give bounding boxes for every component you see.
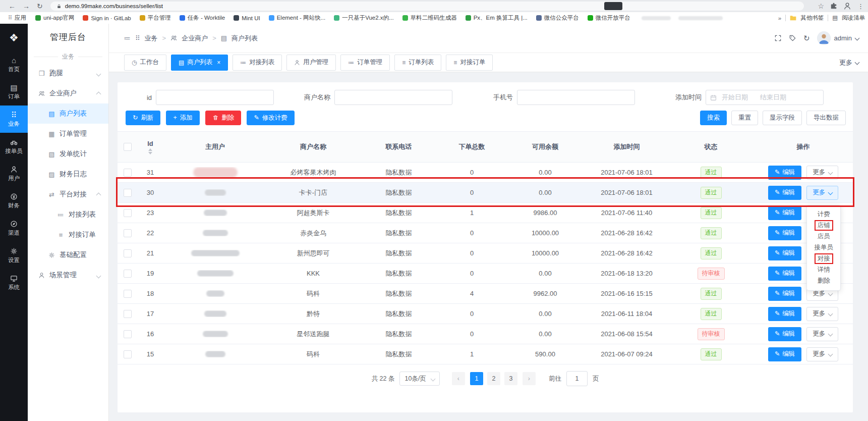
add-button[interactable]: +添加: [166, 111, 199, 125]
refresh-button[interactable]: ↻刷新: [126, 111, 160, 125]
sidebar-item[interactable]: ▨财务日志: [28, 164, 108, 184]
bookmark-item[interactable]: 微信开放平台: [588, 14, 630, 22]
sidebar-item[interactable]: ⇄平台对接: [28, 184, 108, 204]
edit-button[interactable]: ✎编辑: [768, 166, 801, 180]
dropdown-item[interactable]: 接单员: [807, 242, 840, 253]
bookmark-item[interactable]: 平台管理: [140, 14, 171, 22]
column-header[interactable]: Id: [138, 140, 163, 154]
export-button[interactable]: 导出数据: [806, 111, 846, 125]
tab-active[interactable]: ▤商户列表×: [171, 55, 228, 71]
bookmark-item[interactable]: 一只基于Vue2.x的...: [334, 14, 393, 22]
rail-item-active[interactable]: ⠿业务: [0, 106, 28, 133]
row-checkbox[interactable]: [124, 209, 132, 217]
breadcrumb-item[interactable]: 业务: [145, 34, 158, 43]
sidebar-item[interactable]: ▦订单管理: [28, 124, 108, 144]
bookmark-star-icon[interactable]: ☆: [818, 3, 824, 10]
url-field[interactable]: demo.99make.com/business/seller/list: [50, 2, 804, 11]
row-checkbox[interactable]: [124, 189, 132, 197]
page-button[interactable]: 1: [470, 372, 483, 385]
bookmarks-overflow-icon[interactable]: »: [778, 15, 781, 21]
rail-item-nav[interactable]: 系统: [0, 269, 28, 296]
theme-icon[interactable]: [789, 34, 796, 42]
rail-item-nav[interactable]: 设置: [0, 242, 28, 269]
edit-button[interactable]: ✎编辑: [768, 186, 801, 200]
edit-button[interactable]: ✎编辑: [768, 226, 801, 240]
show-fields-button[interactable]: 显示字段: [763, 111, 802, 125]
reload-icon[interactable]: ↻: [37, 3, 43, 10]
sidebar-item[interactable]: ≔对接列表: [28, 204, 108, 225]
edit-button[interactable]: ✎编辑: [768, 246, 801, 260]
goto-page-input[interactable]: [566, 371, 588, 386]
bookmark-item[interactable]: Element - 网站快...: [269, 14, 326, 22]
user-menu[interactable]: admin: [817, 31, 859, 45]
bookmark-item[interactable]: uni-app官网: [35, 14, 74, 22]
browser-profile-icon[interactable]: [843, 2, 851, 10]
row-checkbox[interactable]: [124, 249, 132, 257]
edit-button[interactable]: ✎编辑: [768, 287, 801, 301]
dropdown-item[interactable]: 计费: [807, 209, 840, 220]
row-checkbox[interactable]: [124, 330, 132, 338]
rail-item-nav[interactable]: ⌂首页: [0, 51, 28, 78]
apps-shortcut[interactable]: ⠿ 应用: [8, 14, 26, 22]
tab-close-icon[interactable]: ×: [217, 59, 220, 66]
per-page-select[interactable]: 10条/页: [399, 372, 439, 386]
breadcrumb-item[interactable]: 商户列表: [232, 34, 258, 43]
bookmark-item[interactable]: Px、Em 换算工具 |...: [466, 14, 528, 22]
edit-button[interactable]: ✎编辑: [768, 267, 801, 281]
dropdown-item[interactable]: 店铺: [807, 220, 840, 231]
row-checkbox[interactable]: [124, 310, 132, 318]
row-checkbox[interactable]: [124, 270, 132, 278]
edit-billing-button[interactable]: ✎修改计费: [247, 111, 294, 125]
phone-input[interactable]: [517, 90, 635, 105]
select-all-checkbox[interactable]: [124, 143, 132, 151]
page-button[interactable]: 2: [487, 372, 500, 385]
edit-button[interactable]: ✎编辑: [768, 347, 801, 361]
breadcrumb-item[interactable]: 企业商户: [182, 34, 208, 43]
rail-item-nav[interactable]: 用户: [0, 160, 28, 187]
forward-icon[interactable]: →: [23, 3, 30, 10]
more-button[interactable]: 更多: [806, 166, 838, 180]
row-checkbox[interactable]: [124, 229, 132, 237]
sidebar-item[interactable]: ≡对接订单: [28, 225, 108, 245]
prev-page-button[interactable]: ‹: [452, 372, 465, 385]
extensions-icon[interactable]: [830, 3, 837, 10]
rail-item-nav[interactable]: ▤订单: [0, 78, 28, 106]
dropdown-item[interactable]: 店员: [807, 231, 840, 242]
edit-button[interactable]: ✎编辑: [768, 307, 801, 321]
date-range-picker[interactable]: 开始日期 结束日期: [706, 90, 824, 105]
delete-button[interactable]: 删除: [205, 111, 242, 125]
tab-item[interactable]: ◷工作台: [124, 55, 166, 71]
bookmark-item[interactable]: Sign in · GitLab: [83, 15, 131, 21]
refresh-page-icon[interactable]: ↻: [803, 34, 810, 42]
sidebar-item[interactable]: ▧发单统计: [28, 144, 108, 164]
sidebar-item[interactable]: ▤商户列表: [28, 103, 108, 124]
sort-icon[interactable]: [148, 148, 152, 154]
dropdown-item[interactable]: 删除: [807, 276, 840, 287]
bookmark-item[interactable]: Mint UI: [234, 15, 260, 21]
tabs-more-button[interactable]: 更多: [839, 58, 859, 67]
bookmark-item[interactable]: 草料二维码生成器: [402, 14, 457, 22]
tab-item[interactable]: 用户管理: [286, 55, 336, 71]
row-checkbox[interactable]: [124, 290, 132, 298]
reading-list[interactable]: 阅读清单: [842, 14, 865, 22]
fullscreen-icon[interactable]: [774, 34, 782, 42]
bookmark-item[interactable]: 任务 - Worktile: [180, 14, 225, 22]
search-button[interactable]: 搜索: [700, 111, 727, 125]
tab-item[interactable]: ≔订单管理: [340, 55, 390, 71]
page-button[interactable]: 3: [504, 372, 517, 385]
next-page-button[interactable]: ›: [523, 372, 536, 385]
rail-item-nav[interactable]: 财务: [0, 187, 28, 215]
merchant-name-input[interactable]: [334, 90, 452, 105]
edit-button[interactable]: ✎编辑: [768, 206, 801, 220]
more-button[interactable]: 更多: [806, 347, 838, 361]
edit-button[interactable]: ✎编辑: [768, 327, 801, 341]
rail-item-nav[interactable]: 渠道: [0, 215, 28, 242]
dropdown-item[interactable]: 详情: [807, 265, 840, 276]
tab-item[interactable]: ≡订单列表: [394, 55, 441, 71]
dropdown-item[interactable]: 对接: [807, 253, 840, 265]
sidebar-item[interactable]: ❒跑腿: [28, 63, 108, 83]
bookmark-item[interactable]: 微信公众平台: [536, 14, 579, 22]
more-button[interactable]: 更多: [806, 186, 838, 200]
id-input[interactable]: [156, 90, 274, 105]
more-button[interactable]: 更多: [806, 307, 838, 321]
